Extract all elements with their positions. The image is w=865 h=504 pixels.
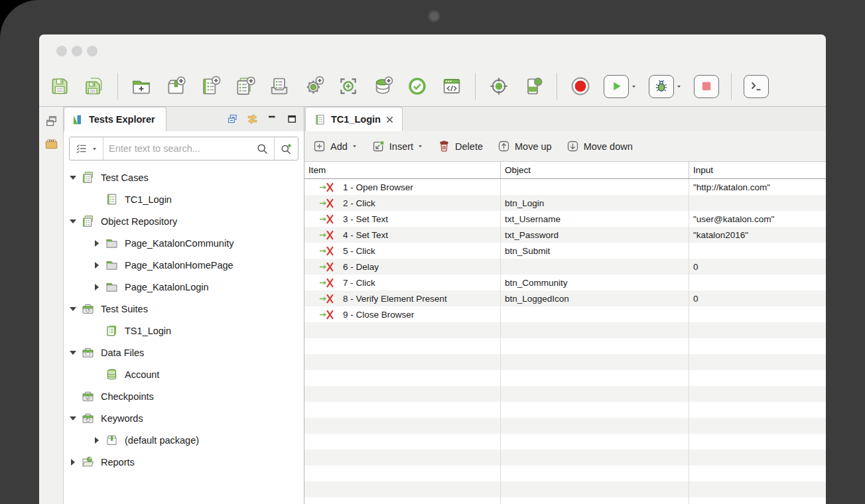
table-row[interactable]: 1 - Open Browser"http://katalon.com" bbox=[304, 179, 826, 195]
table-cell[interactable]: "user@katalon.com" bbox=[689, 211, 826, 227]
table-cell[interactable]: txt_Password bbox=[501, 227, 689, 243]
collapse-all-icon[interactable] bbox=[226, 113, 239, 125]
delete-button[interactable]: Delete bbox=[437, 139, 483, 153]
move-down-button[interactable]: Move down bbox=[566, 139, 633, 153]
restore-view-icon[interactable] bbox=[44, 113, 59, 129]
minimize-icon[interactable] bbox=[266, 113, 279, 125]
close-window-button[interactable] bbox=[56, 46, 67, 56]
table-cell[interactable]: 9 - Close Browser bbox=[304, 306, 501, 322]
link-with-editor-icon[interactable] bbox=[246, 113, 259, 125]
table-row[interactable]: 9 - Close Browser bbox=[304, 306, 826, 322]
collapse-arrow[interactable] bbox=[69, 220, 77, 223]
tree-item-page-katalonlogin[interactable]: Page_KatalonLogin bbox=[64, 276, 304, 298]
new-package-button[interactable] bbox=[165, 75, 187, 97]
table-row[interactable]: 2 - Clickbtn_Login bbox=[304, 195, 826, 211]
minimized-folder-icon[interactable] bbox=[44, 136, 59, 151]
table-cell[interactable] bbox=[689, 275, 826, 290]
table-row[interactable]: 8 - Verify Element Presentbtn_LoggedIcon… bbox=[304, 290, 826, 306]
capture-object-button[interactable] bbox=[337, 75, 360, 97]
table-cell[interactable]: 7 - Click bbox=[304, 275, 501, 290]
tree-item-reports[interactable]: Reports bbox=[64, 451, 304, 473]
minimize-window-button[interactable] bbox=[72, 46, 82, 56]
save-all-button[interactable] bbox=[83, 75, 105, 97]
search-button[interactable] bbox=[251, 142, 274, 156]
tree-item-default-package[interactable]: (default package) bbox=[64, 429, 304, 451]
table-cell[interactable]: btn_Submit bbox=[501, 243, 689, 259]
debug-button[interactable] bbox=[649, 75, 682, 98]
save-button[interactable] bbox=[48, 75, 71, 97]
table-cell[interactable]: 5 - Click bbox=[304, 243, 501, 259]
table-cell[interactable]: 4 - Set Text bbox=[304, 227, 501, 243]
new-test-case-button[interactable] bbox=[199, 75, 222, 97]
add-button[interactable]: Add bbox=[312, 139, 358, 153]
table-cell[interactable] bbox=[501, 306, 689, 322]
zoom-window-button[interactable] bbox=[87, 46, 98, 56]
table-cell[interactable] bbox=[689, 195, 826, 211]
console-button[interactable] bbox=[744, 75, 769, 98]
advanced-search-button[interactable] bbox=[275, 142, 298, 156]
run-button[interactable] bbox=[604, 75, 637, 98]
table-cell[interactable]: 0 bbox=[689, 290, 826, 306]
checklist-tray-button[interactable] bbox=[268, 75, 291, 97]
record-mobile-button[interactable] bbox=[522, 75, 545, 97]
table-cell[interactable]: 3 - Set Text bbox=[304, 211, 501, 227]
new-test-suite-button[interactable] bbox=[233, 75, 256, 97]
table-cell[interactable]: 1 - Open Browser bbox=[304, 179, 501, 195]
code-viewer-button[interactable] bbox=[440, 75, 463, 97]
chevron-down-icon[interactable] bbox=[352, 143, 358, 149]
table-cell[interactable]: 8 - Verify Element Present bbox=[304, 290, 501, 306]
table-row[interactable]: 4 - Set Texttxt_Password"katalon2016" bbox=[304, 227, 826, 243]
object-spy-button[interactable] bbox=[488, 75, 510, 97]
search-filter-button[interactable] bbox=[70, 142, 103, 155]
table-row[interactable]: 5 - Clickbtn_Submit bbox=[304, 243, 826, 259]
tree-item-ts1-login[interactable]: TS1_Login bbox=[64, 320, 304, 342]
collapse-arrow[interactable] bbox=[69, 176, 77, 180]
move-up-button[interactable]: Move up bbox=[497, 139, 552, 153]
table-cell[interactable]: txt_Username bbox=[501, 211, 689, 227]
maximize-icon[interactable] bbox=[286, 113, 299, 125]
expand-arrow[interactable] bbox=[93, 437, 101, 444]
expand-arrow[interactable] bbox=[93, 240, 101, 247]
tree-item-data-files[interactable]: Data Files bbox=[64, 342, 304, 363]
new-keyword-button[interactable] bbox=[302, 75, 325, 97]
search-input[interactable] bbox=[103, 143, 251, 154]
column-header-object[interactable]: Object bbox=[501, 162, 689, 178]
tree-item-page-kataloncommunity[interactable]: Page_KatalonCommunity bbox=[64, 232, 304, 254]
chevron-down-icon[interactable] bbox=[676, 84, 682, 90]
tree-item-checkpoints[interactable]: Checkpoints bbox=[64, 385, 304, 407]
table-cell[interactable]: 2 - Click bbox=[304, 195, 501, 211]
tab-tc1-login[interactable]: TC1_Login bbox=[305, 107, 403, 131]
table-cell[interactable] bbox=[501, 259, 689, 275]
tree-item-test-cases[interactable]: Test Cases bbox=[64, 166, 304, 188]
record-button[interactable] bbox=[569, 75, 592, 97]
table-cell[interactable]: "katalon2016" bbox=[689, 227, 826, 243]
table-row[interactable]: 7 - Clickbtn_Community bbox=[304, 275, 826, 290]
new-folder-button[interactable] bbox=[130, 75, 153, 97]
table-cell[interactable]: 0 bbox=[689, 259, 826, 275]
tree-item-test-suites[interactable]: Test Suites bbox=[64, 298, 304, 320]
table-row[interactable]: 6 - Delay0 bbox=[304, 259, 826, 275]
table-cell[interactable] bbox=[501, 179, 689, 195]
table-cell[interactable]: btn_Community bbox=[501, 275, 689, 290]
chevron-down-icon[interactable] bbox=[631, 84, 637, 90]
tree-item-object-repository[interactable]: Object Repository bbox=[64, 210, 304, 232]
table-cell[interactable] bbox=[689, 306, 826, 322]
collapse-arrow[interactable] bbox=[69, 416, 77, 420]
expand-arrow[interactable] bbox=[93, 284, 101, 290]
column-header-input[interactable]: Input bbox=[689, 162, 826, 178]
chevron-down-icon[interactable] bbox=[417, 143, 423, 149]
new-checkpoint-button[interactable] bbox=[406, 75, 429, 97]
table-cell[interactable]: 6 - Delay bbox=[304, 259, 501, 275]
new-data-file-button[interactable] bbox=[371, 75, 394, 97]
column-header-item[interactable]: Item bbox=[304, 162, 501, 178]
tree-item-account[interactable]: Account bbox=[64, 363, 304, 385]
tab-tests-explorer[interactable]: Tests Explorer bbox=[64, 107, 166, 131]
expand-arrow[interactable] bbox=[69, 459, 77, 466]
close-icon[interactable] bbox=[385, 115, 394, 124]
table-cell[interactable]: btn_LoggedIcon bbox=[501, 290, 689, 306]
table-cell[interactable]: btn_Login bbox=[501, 195, 689, 211]
stop-button[interactable] bbox=[694, 75, 719, 98]
tree-item-page-katalonhomepage[interactable]: Page_KatalonHomePage bbox=[64, 254, 304, 276]
table-cell[interactable] bbox=[689, 243, 826, 259]
insert-button[interactable]: Insert bbox=[371, 139, 423, 153]
